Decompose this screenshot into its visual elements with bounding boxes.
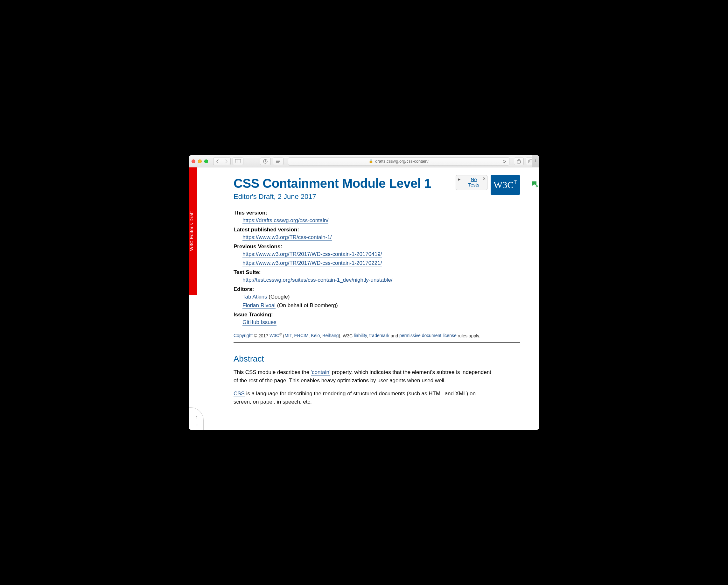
contain-property-link[interactable]: 'contain' (311, 369, 330, 376)
svg-rect-4 (265, 161, 265, 162)
page-content: W3C Editor's Draft ▶ × NoTests W3C (189, 168, 539, 430)
test-suite-link[interactable]: http://test.csswg.org/suites/css-contain… (242, 277, 393, 283)
w3c-link[interactable]: W3C (269, 333, 279, 338)
issue-tracking-label: Issue Tracking: (234, 312, 520, 318)
w3c-logo[interactable]: W3C (491, 175, 520, 195)
back-button[interactable] (213, 157, 222, 165)
nav-up-icon[interactable]: ↑ (195, 414, 198, 420)
privacy-report-button[interactable] (260, 157, 271, 165)
nav-right-icon[interactable]: → (194, 422, 199, 428)
previous-version-link[interactable]: https://www.w3.org/TR/2017/WD-css-contai… (242, 260, 382, 266)
abstract-paragraph: This CSS module describes the 'contain' … (234, 368, 494, 384)
spec-metadata: This version: https://drafts.csswg.org/c… (234, 210, 520, 327)
sidebar-toggle-button[interactable] (233, 157, 243, 165)
nav-back-forward (213, 157, 231, 165)
abstract-heading: Abstract (234, 354, 520, 364)
previous-version-link[interactable]: https://www.w3.org/TR/2017/WD-css-contai… (242, 251, 382, 257)
abstract-paragraph: CSS is a language for describing the ren… (234, 389, 494, 406)
trademark-link[interactable]: trademark (369, 333, 389, 338)
svg-point-3 (265, 160, 266, 161)
liability-link[interactable]: liability (354, 333, 367, 338)
lock-icon: 🔒 (369, 159, 373, 163)
address-bar[interactable]: 🔒 drafts.csswg.org/css-contain/ ⟳ (288, 157, 510, 166)
no-tests-link[interactable]: NoTests (468, 177, 479, 187)
latest-version-link[interactable]: https://www.w3.org/TR/css-contain-1/ (242, 234, 332, 240)
this-version-link[interactable]: https://drafts.csswg.org/css-contain/ (242, 218, 328, 224)
beihang-link[interactable]: Beihang (322, 333, 339, 338)
copyright-line: Copyright © 2017 W3C® (MIT, ERCIM, Keio,… (234, 333, 520, 341)
close-window-button[interactable] (191, 159, 196, 163)
safari-window: 🔒 drafts.csswg.org/css-contain/ ⟳ + W3C … (189, 155, 539, 430)
mit-link[interactable]: MIT (284, 333, 292, 338)
this-version-label: This version: (234, 210, 520, 216)
divider (234, 342, 520, 343)
share-button[interactable] (514, 157, 524, 165)
reader-button[interactable] (273, 157, 284, 165)
url-text: drafts.csswg.org/css-contain/ (375, 159, 428, 163)
new-tab-button[interactable]: + (532, 155, 539, 167)
editor-link[interactable]: Florian Rivoal (242, 302, 276, 309)
minimize-window-button[interactable] (198, 159, 202, 163)
tests-widget: ▶ × NoTests (456, 175, 488, 190)
test-suite-label: Test Suite: (234, 269, 520, 276)
license-link[interactable]: permissive document license (399, 333, 457, 338)
latest-version-label: Latest published version: (234, 227, 520, 233)
keio-link[interactable]: Keio (311, 333, 320, 338)
editors-label: Editors: (234, 286, 520, 292)
forward-button[interactable] (222, 157, 231, 165)
ercim-link[interactable]: ERCIM (294, 333, 308, 338)
github-issues-link[interactable]: GitHub Issues (242, 319, 277, 326)
svg-text:W3C: W3C (494, 179, 514, 190)
titlebar: 🔒 drafts.csswg.org/css-contain/ ⟳ + (189, 155, 539, 168)
css-link[interactable]: CSS (234, 390, 245, 397)
fullscreen-window-button[interactable] (204, 159, 208, 163)
expand-icon[interactable]: ▶ (458, 177, 461, 181)
svg-rect-0 (235, 159, 241, 163)
editor-row: Florian Rivoal (On behalf of Bloomberg) (242, 301, 520, 310)
window-controls (191, 159, 208, 163)
reload-button[interactable]: ⟳ (503, 159, 506, 164)
header-right-widgets: ▶ × NoTests W3C (456, 175, 520, 195)
previous-versions-label: Previous Versions: (234, 244, 520, 250)
editor-link[interactable]: Tab Atkins (242, 294, 267, 300)
editor-row: Tab Atkins (Google) (242, 292, 520, 301)
copyright-link[interactable]: Copyright (234, 333, 253, 338)
close-icon[interactable]: × (483, 176, 486, 181)
